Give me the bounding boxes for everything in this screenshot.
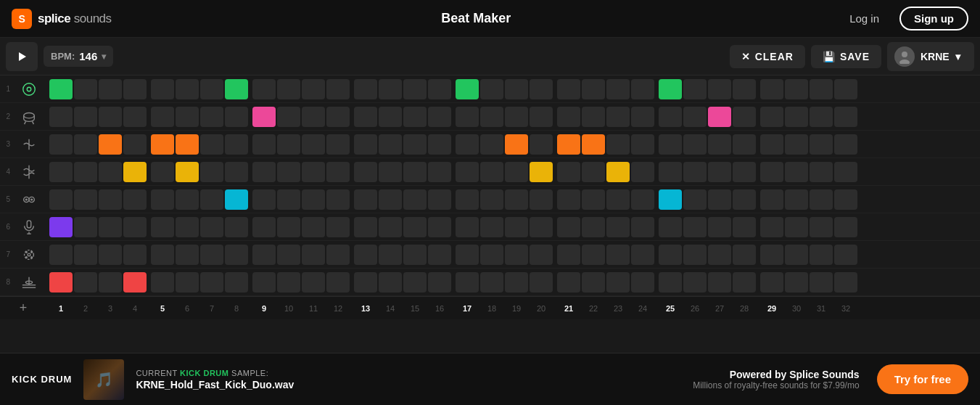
beat-cell[interactable] [99,162,122,182]
beat-cell[interactable] [530,162,553,182]
beat-cell[interactable] [733,272,756,292]
track-icon-kick[interactable] [12,75,46,102]
beat-cell[interactable] [683,217,707,237]
beat-cell[interactable] [606,162,630,182]
beat-cell[interactable] [530,134,553,155]
beat-cell[interactable] [354,272,377,292]
beat-cell[interactable] [834,107,857,127]
beat-cell[interactable] [326,134,350,155]
beat-cell[interactable] [354,107,377,127]
beat-cell[interactable] [708,162,731,182]
beat-cell[interactable] [151,272,174,292]
beat-cell[interactable] [252,79,276,99]
beat-cell[interactable] [582,79,605,99]
beat-cell[interactable] [123,134,147,155]
beat-cell[interactable] [557,272,580,292]
beat-cell[interactable] [99,134,122,155]
beat-cell[interactable] [733,79,756,99]
beat-cell[interactable] [631,162,654,182]
beat-cell[interactable] [659,107,682,127]
beat-cell[interactable] [456,107,479,127]
beat-cell[interactable] [326,107,350,127]
beat-cell[interactable] [810,162,833,182]
beat-cell[interactable] [530,189,553,210]
beat-cell[interactable] [785,272,808,292]
beat-cell[interactable] [49,79,73,99]
beat-cell[interactable] [582,107,605,127]
beat-cell[interactable] [151,79,174,99]
beat-cell[interactable] [74,245,97,265]
beat-cell[interactable] [403,107,427,127]
beat-cell[interactable] [74,134,97,155]
beat-cell[interactable] [505,79,528,99]
beat-cell[interactable] [403,272,427,292]
play-button[interactable] [6,42,38,71]
beat-cell[interactable] [530,79,553,99]
beat-cell[interactable] [326,189,350,210]
beat-cell[interactable] [379,162,402,182]
beat-cell[interactable] [683,162,707,182]
beat-cell[interactable] [151,245,174,265]
beat-cell[interactable] [176,189,199,210]
beat-cell[interactable] [785,134,808,155]
beat-cell[interactable] [200,134,223,155]
beat-cell[interactable] [631,245,654,265]
beat-cell[interactable] [760,107,783,127]
beat-cell[interactable] [631,79,654,99]
beat-cell[interactable] [785,162,808,182]
beat-cell[interactable] [785,217,808,237]
beat-cell[interactable] [74,189,97,210]
beat-cell[interactable] [252,107,276,127]
beat-cell[interactable] [99,245,122,265]
beat-cell[interactable] [582,272,605,292]
beat-cell[interactable] [200,272,223,292]
beat-cell[interactable] [49,272,73,292]
beat-cell[interactable] [733,217,756,237]
beat-cell[interactable] [760,272,783,292]
beat-cell[interactable] [123,272,147,292]
beat-cell[interactable] [631,272,654,292]
beat-cell[interactable] [74,217,97,237]
beat-cell[interactable] [606,134,630,155]
beat-cell[interactable] [225,272,248,292]
beat-cell[interactable] [606,107,630,127]
beat-cell[interactable] [225,162,248,182]
beat-cell[interactable] [252,245,276,265]
beat-cell[interactable] [99,217,122,237]
beat-cell[interactable] [302,245,325,265]
beat-cell[interactable] [557,189,580,210]
beat-cell[interactable] [354,189,377,210]
track-icon-mic[interactable] [12,213,46,240]
track-icon-cymbal[interactable] [12,269,46,295]
beat-cell[interactable] [456,162,479,182]
beat-cell[interactable] [834,217,857,237]
beat-cell[interactable] [428,189,451,210]
beat-cell[interactable] [557,245,580,265]
beat-cell[interactable] [49,245,73,265]
beat-cell[interactable] [302,107,325,127]
beat-cell[interactable] [631,189,654,210]
beat-cell[interactable] [403,79,427,99]
beat-cell[interactable] [49,189,73,210]
beat-cell[interactable] [810,79,833,99]
beat-cell[interactable] [659,134,682,155]
beat-cell[interactable] [785,189,808,210]
clear-button[interactable]: ✕ CLEAR [730,45,805,68]
beat-cell[interactable] [379,189,402,210]
beat-cell[interactable] [123,107,147,127]
beat-cell[interactable] [530,217,553,237]
beat-cell[interactable] [225,79,248,99]
beat-cell[interactable] [252,162,276,182]
beat-cell[interactable] [557,134,580,155]
beat-cell[interactable] [631,217,654,237]
beat-cell[interactable] [760,162,783,182]
beat-cell[interactable] [428,107,451,127]
beat-cell[interactable] [428,272,451,292]
beat-cell[interactable] [683,189,707,210]
beat-cell[interactable] [582,189,605,210]
beat-cell[interactable] [480,79,503,99]
beat-cell[interactable] [708,107,731,127]
beat-cell[interactable] [200,217,223,237]
beat-cell[interactable] [252,217,276,237]
track-icon-hihat-closed[interactable] [12,131,46,158]
